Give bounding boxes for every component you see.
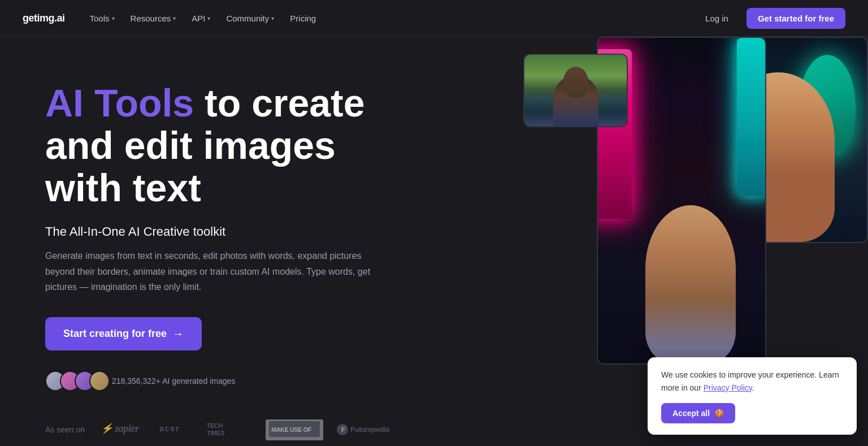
svg-text:Futurepedia: Futurepedia [350, 425, 390, 434]
make-use-of-logo: MAKE USE OF [266, 419, 323, 440]
nav-left: getimg.ai Tools ▾ Resources ▾ API ▾ Comm… [23, 9, 323, 28]
tech-times-logo: TECH TIMES [207, 421, 252, 439]
chevron-down-icon: ▾ [112, 15, 115, 21]
nav-tools[interactable]: Tools ▾ [83, 9, 121, 28]
privacy-policy-link[interactable]: Privacy Policy [704, 383, 752, 392]
svg-text:TIMES: TIMES [207, 430, 224, 436]
hero-content: AI Tools to create and edit images with … [0, 37, 452, 446]
hero-images [506, 37, 868, 376]
avatar-group [45, 371, 104, 391]
acer-logo: acer [159, 422, 193, 438]
social-proof: 218,356,322+ AI generated images [45, 371, 418, 391]
accept-cookies-button[interactable]: Accept all 🍪 [661, 403, 735, 423]
nav-pricing[interactable]: Pricing [283, 9, 323, 28]
hero-description: Generate images from text in seconds, ed… [45, 248, 384, 295]
nav-right: Log in Get started for free [696, 8, 845, 29]
hero-title-highlight: AI Tools [45, 81, 194, 124]
hero-image-1 [523, 54, 628, 127]
nav-api[interactable]: API ▾ [185, 9, 217, 28]
arrow-icon: → [172, 327, 184, 340]
cookie-text: We use cookies to improve your experienc… [661, 369, 843, 394]
svg-text:MAKE USE OF: MAKE USE OF [271, 426, 312, 433]
as-seen-label: As seen on [45, 425, 85, 434]
get-started-button[interactable]: Get started for free [747, 8, 845, 29]
avatar [89, 371, 110, 391]
nav-resources[interactable]: Resources ▾ [124, 9, 183, 28]
navbar: getimg.ai Tools ▾ Resources ▾ API ▾ Comm… [0, 0, 868, 37]
svg-text:F: F [341, 426, 345, 433]
chevron-down-icon: ▾ [173, 15, 176, 21]
logo[interactable]: getimg.ai [23, 12, 65, 24]
hero-subtitle: The All-In-One AI Creative toolkit [45, 224, 418, 239]
zapier-logo: ⚡ zapier [101, 422, 146, 438]
chevron-down-icon: ▾ [271, 15, 274, 21]
login-button[interactable]: Log in [696, 9, 737, 28]
cookie-icon: 🍪 [714, 409, 724, 418]
brand-logos: ⚡ zapier acer TECH TIMES [101, 419, 399, 440]
photo-placeholder-1 [524, 55, 627, 126]
cookie-banner: We use cookies to improve your experienc… [648, 357, 857, 435]
svg-text:⚡ zapier: ⚡ zapier [101, 422, 140, 435]
nav-community[interactable]: Community ▾ [219, 9, 281, 28]
svg-text:TECH: TECH [207, 422, 223, 429]
as-seen-on: As seen on ⚡ zapier acer TECH TIMES [45, 419, 418, 440]
svg-text:acer: acer [159, 424, 180, 433]
chevron-down-icon: ▾ [207, 15, 210, 21]
hero-title: AI Tools to create and edit images with … [45, 82, 418, 209]
cta-label: Start creating for free [63, 328, 167, 340]
person-face [645, 205, 736, 363]
futurepedia-logo: F Futurepedia [337, 423, 399, 436]
nav-links: Tools ▾ Resources ▾ API ▾ Community ▾ Pr… [83, 9, 323, 28]
social-proof-text: 218,356,322+ AI generated images [112, 376, 235, 386]
cta-button[interactable]: Start creating for free → [45, 317, 202, 350]
